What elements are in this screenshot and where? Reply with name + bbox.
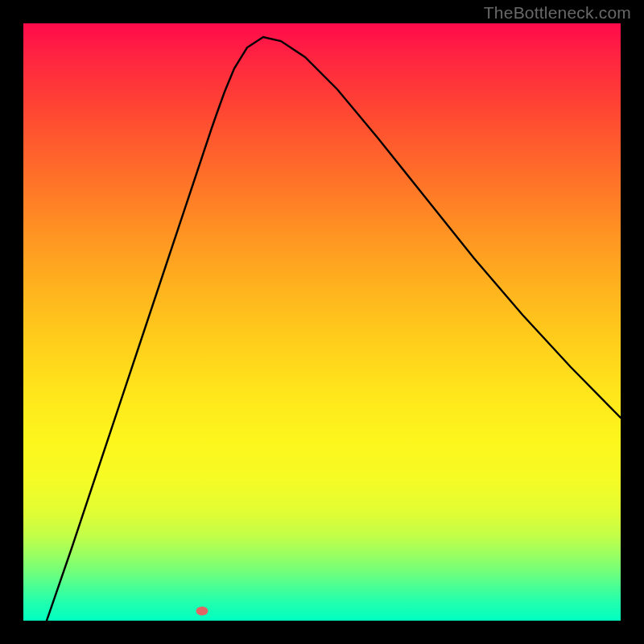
gradient-plot-area	[23, 23, 621, 621]
watermark-label: TheBottleneck.com	[484, 3, 631, 23]
optimal-point-marker	[196, 607, 208, 616]
bottleneck-curve	[23, 23, 621, 621]
